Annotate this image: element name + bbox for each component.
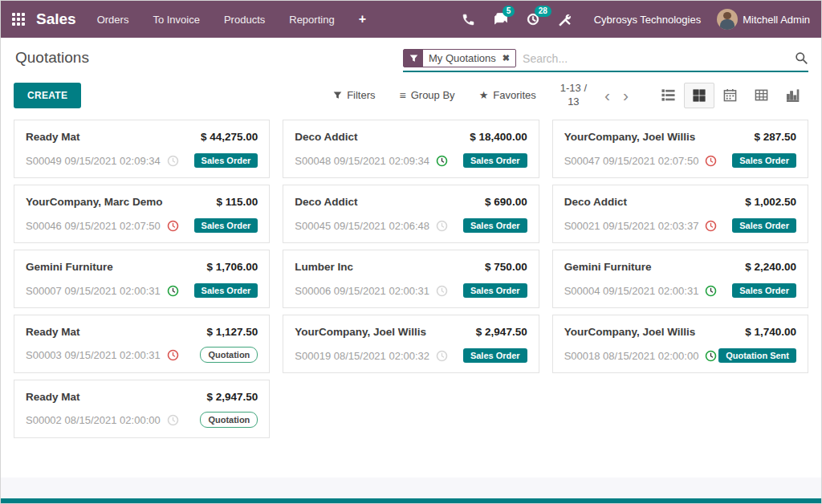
menu-reporting[interactable]: Reporting xyxy=(289,14,334,26)
phone-icon[interactable] xyxy=(461,11,477,27)
messages-count-badge: 5 xyxy=(503,6,515,17)
filters-label: Filters xyxy=(347,89,375,101)
menu-to-invoice[interactable]: To Invoice xyxy=(153,14,200,26)
customer-name: Deco Addict xyxy=(564,196,627,208)
quotation-card[interactable]: Deco Addict$ 1,002.50 S00021 09/15/2021 … xyxy=(552,185,808,243)
status-badge: Sales Order xyxy=(732,283,796,298)
customer-name: Deco Addict xyxy=(295,131,357,143)
order-amount: $ 18,400.00 xyxy=(470,131,527,143)
quotation-card[interactable]: Gemini Furniture$ 1,706.00 S00007 09/15/… xyxy=(14,250,270,308)
order-reference: S00004 09/15/2021 02:00:31 xyxy=(564,285,699,297)
pager-previous-icon[interactable]: ‹ xyxy=(598,87,616,104)
apps-menu-icon[interactable] xyxy=(12,13,25,26)
messages-icon[interactable]: 5 xyxy=(493,11,509,27)
customer-name: Ready Mat xyxy=(26,391,80,403)
order-amount: $ 287.50 xyxy=(754,131,796,143)
list-view-button[interactable] xyxy=(653,82,684,108)
activity-clock-icon[interactable] xyxy=(167,414,179,426)
calendar-view-button[interactable] xyxy=(714,82,746,108)
pivot-view-button[interactable] xyxy=(746,82,777,108)
customer-name: YourCompany, Marc Demo xyxy=(26,196,163,208)
customer-name: Deco Addict xyxy=(295,196,357,208)
order-amount: $ 1,740.00 xyxy=(745,326,796,338)
activities-icon[interactable]: 28 xyxy=(525,11,541,27)
order-amount: $ 2,947.50 xyxy=(476,326,527,338)
order-amount: $ 750.00 xyxy=(485,261,527,273)
activity-clock-icon[interactable] xyxy=(167,285,179,297)
quotation-card[interactable]: Ready Mat$ 2,947.50 S00002 08/15/2021 02… xyxy=(14,380,270,438)
search-bar: My Quotations ✖ xyxy=(403,49,808,72)
status-badge: Quotation xyxy=(200,412,258,428)
status-badge: Sales Order xyxy=(463,348,527,363)
order-amount: $ 1,127.50 xyxy=(207,326,258,338)
order-reference: S00047 09/15/2021 02:07:50 xyxy=(564,155,699,167)
activity-clock-icon[interactable] xyxy=(436,155,448,167)
activity-clock-icon[interactable] xyxy=(436,285,448,297)
quotation-card[interactable]: Deco Addict$ 18,400.00 S00048 09/15/2021… xyxy=(283,120,539,178)
plus-icon[interactable]: + xyxy=(359,12,366,26)
activity-clock-icon[interactable] xyxy=(167,155,179,167)
app-name[interactable]: Sales xyxy=(36,10,76,28)
status-badge: Quotation xyxy=(200,347,258,363)
activity-clock-icon[interactable] xyxy=(167,220,179,232)
order-reference: S00002 08/15/2021 02:00:00 xyxy=(26,414,161,426)
status-badge: Quotation Sent xyxy=(718,348,796,363)
menu-orders[interactable]: Orders xyxy=(97,14,129,26)
favorites-label: Favorites xyxy=(493,89,535,101)
search-filter-tag[interactable]: My Quotations ✖ xyxy=(403,49,516,67)
activities-count-badge: 28 xyxy=(535,6,551,17)
graph-view-button[interactable] xyxy=(777,82,808,108)
quotation-kanban-grid: Ready Mat$ 44,275.00 S00049 09/15/2021 0… xyxy=(1,116,821,438)
tools-icon[interactable] xyxy=(557,11,573,27)
order-reference: S00049 09/15/2021 02:09:34 xyxy=(26,155,161,167)
quotation-card[interactable]: YourCompany, Marc Demo$ 115.00 S00046 09… xyxy=(14,185,270,243)
pager-next-icon[interactable]: › xyxy=(616,87,635,104)
group-by-button[interactable]: ≡ Group By xyxy=(400,89,455,102)
activity-clock-icon[interactable] xyxy=(167,349,179,361)
activity-clock-icon[interactable] xyxy=(436,220,448,232)
order-reference: S00018 08/15/2021 02:00:00 xyxy=(564,350,699,362)
customer-name: Gemini Furniture xyxy=(564,261,652,273)
favorites-button[interactable]: ★ Favorites xyxy=(479,89,536,101)
quotation-card[interactable]: YourCompany, Joel Willis$ 2,947.50 S0001… xyxy=(283,315,539,373)
status-badge: Sales Order xyxy=(732,218,796,233)
quotation-card[interactable]: Ready Mat$ 44,275.00 S00049 09/15/2021 0… xyxy=(14,120,270,178)
status-badge: Sales Order xyxy=(732,153,796,168)
filters-button[interactable]: Filters xyxy=(333,89,375,101)
activity-clock-icon[interactable] xyxy=(436,350,448,362)
menu-products[interactable]: Products xyxy=(224,14,265,26)
quotation-card[interactable]: YourCompany, Joel Willis$ 1,740.00 S0001… xyxy=(552,315,808,373)
kanban-view-button[interactable] xyxy=(684,83,714,108)
order-amount: $ 2,240.00 xyxy=(745,261,796,273)
order-reference: S00019 08/15/2021 02:00:32 xyxy=(295,350,429,362)
quotation-card[interactable]: Deco Addict$ 690.00 S00045 09/15/2021 02… xyxy=(283,185,539,243)
activity-clock-icon[interactable] xyxy=(705,220,717,232)
customer-name: Lumber Inc xyxy=(295,261,353,273)
activity-clock-icon[interactable] xyxy=(705,350,717,362)
quotation-card[interactable]: Ready Mat$ 1,127.50 S00003 09/15/2021 02… xyxy=(14,315,270,373)
order-reference: S00003 09/15/2021 02:00:31 xyxy=(26,349,161,361)
footer-accent-bar xyxy=(1,498,821,503)
filter-tag-label: My Quotations xyxy=(423,50,502,67)
odoo-sales-window: Sales Orders To Invoice Products Reporti… xyxy=(0,0,822,504)
search-icon[interactable] xyxy=(795,51,808,65)
activity-clock-icon[interactable] xyxy=(705,155,717,167)
order-reference: S00046 09/15/2021 02:07:50 xyxy=(26,220,161,232)
customer-name: Gemini Furniture xyxy=(26,261,113,273)
search-input[interactable] xyxy=(516,51,795,67)
create-button[interactable]: CREATE xyxy=(14,83,81,108)
customer-name: Ready Mat xyxy=(26,326,80,338)
user-menu[interactable]: Mitchell Admin xyxy=(717,9,810,30)
customer-name: Ready Mat xyxy=(26,131,80,143)
order-amount: $ 1,002.50 xyxy=(745,196,796,208)
control-panel-top: Quotations My Quotations ✖ xyxy=(1,38,821,72)
company-name[interactable]: Cybrosys Technologies xyxy=(594,14,701,26)
activity-clock-icon[interactable] xyxy=(705,285,717,297)
status-badge: Sales Order xyxy=(463,218,527,233)
user-name: Mitchell Admin xyxy=(743,14,810,26)
quotation-card[interactable]: YourCompany, Joel Willis$ 287.50 S00047 … xyxy=(552,120,808,178)
remove-filter-icon[interactable]: ✖ xyxy=(502,50,515,67)
pager-range: 1-13 / 13 xyxy=(560,82,587,108)
quotation-card[interactable]: Gemini Furniture$ 2,240.00 S00004 09/15/… xyxy=(552,250,808,308)
quotation-card[interactable]: Lumber Inc$ 750.00 S00006 09/15/2021 02:… xyxy=(283,250,539,308)
